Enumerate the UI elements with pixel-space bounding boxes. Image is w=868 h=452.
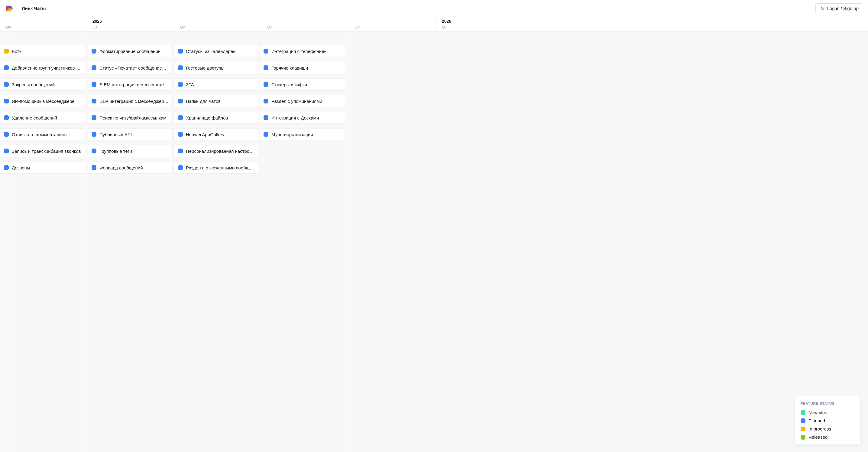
roadmap-card[interactable]: 2FA [174, 78, 258, 90]
user-icon [820, 6, 825, 11]
card-label: Гостевые доступы [186, 65, 224, 70]
legend-status-dot [801, 427, 805, 431]
roadmap-card[interactable]: Раздел с отложенными сообще… [174, 162, 258, 174]
status-badge [178, 98, 183, 104]
status-badge [4, 98, 9, 104]
legend-status-dot [801, 418, 805, 423]
roadmap-card[interactable]: DLP интеграция с мессенджером [88, 95, 173, 107]
legend-status-dot [801, 410, 805, 415]
roadmap-card[interactable]: Гостевые доступы [174, 62, 258, 74]
roadmap-card[interactable]: Huawei AppGallery [174, 128, 258, 140]
card-label: Персонализированная настрой… [186, 148, 254, 154]
roadmap-card[interactable]: Статусы из календарей [174, 45, 258, 57]
roadmap-card[interactable]: Удаление сообщений [0, 112, 85, 124]
legend-label: Released [808, 434, 828, 440]
card-label: Хранилище файлов [186, 115, 228, 120]
card-label: Горячие клавиши [271, 65, 308, 70]
roadmap-card[interactable]: Статус «Печатает сообщение…» [88, 62, 173, 74]
status-badge [264, 115, 268, 120]
app-title: Линк Чаты [22, 6, 46, 11]
card-label: Форматирование сообщений [99, 49, 160, 54]
card-label: Отписка от комментариев [12, 132, 66, 137]
card-label: 2FA [186, 82, 194, 87]
legend-row: Planned [801, 418, 855, 423]
roadmap-card[interactable]: Добавление групп участников в … [0, 62, 85, 74]
status-badge [178, 115, 183, 120]
board-gridline [436, 31, 436, 452]
legend-label: Planned [808, 418, 825, 423]
status-badge [178, 148, 183, 153]
board-gridline [259, 31, 260, 452]
status-badge [178, 49, 183, 54]
status-badge [92, 115, 96, 120]
status-badge [92, 148, 96, 153]
today-line [8, 31, 8, 452]
roadmap-card[interactable]: Раздел с упоминаниями [259, 95, 345, 107]
status-badge [92, 82, 96, 87]
card-label: Huawei AppGallery [186, 132, 224, 137]
timeline-header: 20252026Q4Q1Q2Q3Q4Q1 [0, 17, 868, 31]
roadmap-card[interactable]: Персонализированная настрой… [174, 145, 258, 157]
roadmap-card[interactable]: Публичный API [88, 128, 173, 140]
card-label: Форвард сообщений [99, 165, 143, 170]
status-badge [4, 132, 9, 137]
status-badge [92, 165, 96, 170]
legend-status-dot [801, 435, 805, 440]
legend-panel: FEATURE STATUS New ideaPlannedIn progres… [794, 396, 861, 445]
roadmap-board[interactable]: БотыДобавление групп участников в …Закре… [0, 31, 868, 452]
roadmap-card[interactable]: Поиск по чату/файлам/ссылкам [88, 112, 173, 124]
status-badge [264, 82, 268, 87]
roadmap-card[interactable]: Форматирование сообщений [88, 45, 173, 57]
card-label: Добавление групп участников в … [12, 65, 81, 70]
timeline-quarter-label: Q4 [354, 25, 360, 29]
roadmap-card[interactable]: Горячие клавиши [259, 62, 345, 74]
timeline-gridline [87, 17, 87, 31]
status-badge [4, 49, 9, 54]
roadmap-card[interactable]: Форвард сообщений [88, 162, 173, 174]
card-label: Закрепы сообщений [12, 82, 55, 87]
card-label: Боты [12, 49, 23, 54]
card-label: Запись и транскрибация звонков [12, 148, 81, 154]
status-badge [4, 165, 9, 170]
header-left: Линк Чаты [5, 4, 46, 13]
roadmap-card[interactable]: ИИ-помощник в мессенджере [0, 95, 85, 107]
login-button-label: Log in / Sign up [827, 6, 859, 11]
card-label: Стикеры и гифки [271, 82, 307, 87]
status-badge [92, 132, 96, 137]
roadmap-card[interactable]: Запись и транскрибация звонков [0, 145, 85, 157]
roadmap-card[interactable]: Хранилище файлов [174, 112, 258, 124]
timeline-year-label: 2025 [92, 19, 102, 24]
status-badge [264, 49, 268, 54]
roadmap-card[interactable]: Отписка от комментариев [0, 128, 85, 140]
timeline-gridline [259, 17, 260, 31]
roadmap-card[interactable]: Интеграция с Досками [259, 112, 345, 124]
card-label: Раздел с упоминаниями [271, 98, 322, 104]
roadmap-card[interactable]: Интеграция с телефонией [259, 45, 345, 57]
roadmap-card[interactable]: Папки для чатов [174, 95, 258, 107]
card-label: Удаление сообщений [12, 115, 57, 120]
card-label: SIEM интеграция с мессенджер… [99, 82, 168, 87]
roadmap-card[interactable]: Групповые теги [88, 145, 173, 157]
legend-label: New idea [808, 410, 828, 415]
roadmap-card[interactable]: Дозвоны [0, 162, 85, 174]
board-gridline [87, 31, 87, 452]
status-badge [178, 165, 183, 170]
status-badge [264, 65, 268, 70]
status-badge [4, 148, 9, 153]
roadmap-card[interactable]: Боты [0, 45, 85, 57]
status-badge [92, 65, 96, 70]
timeline-gridline [347, 17, 347, 31]
card-label: ИИ-помощник в мессенджере [12, 98, 75, 104]
board-gridline [174, 31, 175, 452]
card-label: DLP интеграция с мессенджером [99, 98, 168, 104]
roadmap-card[interactable]: Стикеры и гифки [259, 78, 345, 90]
roadmap-card[interactable]: Мультиорганизация [259, 128, 345, 140]
card-label: Поиск по чату/файлам/ссылкам [99, 115, 166, 120]
login-button[interactable]: Log in / Sign up [815, 3, 863, 13]
status-badge [4, 65, 9, 70]
roadmap-card[interactable]: Закрепы сообщений [0, 78, 85, 90]
status-badge [264, 132, 268, 137]
status-badge [4, 115, 9, 120]
logo-icon [5, 4, 14, 13]
roadmap-card[interactable]: SIEM интеграция с мессенджер… [88, 78, 173, 90]
